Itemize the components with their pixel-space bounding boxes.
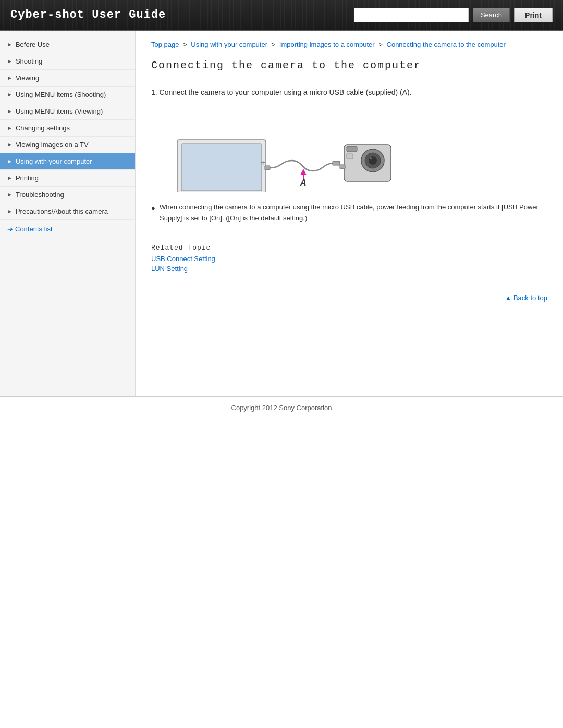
svg-text:✛: ✛ — [261, 159, 265, 166]
breadcrumb-separator: > — [272, 41, 277, 48]
sidebar-item-label: Using MENU items (Viewing) — [16, 107, 103, 115]
chevron-right-icon: ► — [7, 42, 13, 47]
sidebar-item-label: Precautions/About this camera — [16, 207, 108, 215]
chevron-right-icon: ► — [7, 142, 13, 147]
sidebar-item-before-use[interactable]: ► Before Use — [0, 36, 135, 53]
sidebar-item-label: Viewing images on a TV — [16, 141, 89, 149]
sidebar-item-precautions[interactable]: ► Precautions/About this camera — [0, 203, 135, 220]
chevron-right-icon: ► — [7, 108, 13, 114]
breadcrumb-importing-images[interactable]: Importing images to a computer — [279, 41, 375, 48]
chevron-right-icon: ► — [7, 208, 13, 214]
chevron-right-icon: ► — [7, 158, 13, 164]
sidebar-item-viewing-tv[interactable]: ► Viewing images on a TV — [0, 137, 135, 153]
svg-rect-4 — [333, 161, 340, 165]
sidebar-item-label: Troubleshooting — [16, 191, 64, 199]
sidebar-item-using-computer[interactable]: ► Using with your computer — [0, 153, 135, 170]
breadcrumb-top-page[interactable]: Top page — [151, 41, 179, 48]
sidebar-item-viewing[interactable]: ► Viewing — [0, 70, 135, 87]
sidebar-item-label: Shooting — [16, 57, 42, 65]
back-to-top-section: ▲ Back to top — [151, 288, 547, 302]
usb-connect-setting-link[interactable]: USB Connect Setting — [151, 255, 547, 263]
sidebar-item-label: Using MENU items (Shooting) — [16, 91, 106, 98]
chevron-right-icon: ► — [7, 175, 13, 181]
chevron-right-icon: ► — [7, 75, 13, 81]
header: Cyber-shot User Guide Search Print — [0, 0, 563, 31]
chevron-right-icon: ► — [7, 192, 13, 198]
svg-rect-10 — [347, 146, 357, 152]
related-topic-section: Related Topic USB Connect Setting LUN Se… — [151, 244, 547, 273]
footer: Copyright 2012 Sony Corporation — [0, 396, 563, 419]
svg-point-8 — [369, 156, 377, 165]
bullet-note-text: When connecting the camera to a computer… — [160, 202, 547, 224]
copyright-text: Copyright 2012 Sony Corporation — [231, 404, 332, 412]
step-1-text: 1. Connect the camera to your computer u… — [151, 87, 547, 98]
sidebar-item-troubleshooting[interactable]: ► Troubleshooting — [0, 187, 135, 203]
sidebar-item-menu-shooting[interactable]: ► Using MENU items (Shooting) — [0, 87, 135, 103]
breadcrumb-using-computer[interactable]: Using with your computer — [191, 41, 267, 48]
svg-rect-3 — [265, 166, 270, 170]
sidebar-item-label: Changing settings — [16, 124, 70, 132]
print-button[interactable]: Print — [514, 8, 553, 22]
sidebar-item-shooting[interactable]: ► Shooting — [0, 53, 135, 70]
content-body: 1. Connect the camera to your computer u… — [151, 87, 547, 302]
svg-text:A: A — [300, 178, 307, 187]
breadcrumb: Top page > Using with your computer > Im… — [151, 40, 547, 50]
svg-rect-1 — [181, 144, 262, 191]
search-button[interactable]: Search — [473, 8, 510, 22]
sidebar-item-label: Printing — [16, 174, 39, 182]
header-controls: Search Print — [354, 8, 563, 22]
back-to-top-link[interactable]: ▲ Back to top — [505, 294, 547, 302]
chevron-right-icon: ► — [7, 125, 13, 131]
svg-rect-11 — [347, 154, 353, 159]
lun-setting-link[interactable]: LUN Setting — [151, 265, 547, 273]
breadcrumb-separator: > — [183, 41, 189, 48]
arrow-right-icon: ➔ — [7, 225, 13, 233]
sidebar-item-label: Using with your computer — [16, 157, 92, 165]
breadcrumb-separator: > — [378, 41, 384, 48]
chevron-right-icon: ► — [7, 92, 13, 97]
sidebar-item-label: Viewing — [16, 74, 39, 82]
content-area: Top page > Using with your computer > Im… — [136, 31, 563, 396]
search-input[interactable] — [354, 8, 469, 22]
main-layout: ► Before Use ► Shooting ► Viewing ► Usin… — [0, 31, 563, 396]
diagram-svg: A ✛ — [172, 108, 391, 192]
bullet-icon: ● — [151, 203, 156, 214]
sidebar-item-menu-viewing[interactable]: ► Using MENU items (Viewing) — [0, 103, 135, 120]
related-topic-title: Related Topic — [151, 244, 547, 252]
svg-point-9 — [370, 157, 372, 159]
page-title: Connecting the camera to the computer — [151, 59, 547, 77]
sidebar-item-label: Before Use — [16, 41, 50, 48]
breadcrumb-current: Connecting the camera to the computer — [387, 41, 506, 48]
bullet-note: ● When connecting the camera to a comput… — [151, 202, 547, 234]
connection-diagram: A ✛ — [172, 108, 391, 192]
chevron-right-icon: ► — [7, 58, 13, 64]
sidebar-item-changing-settings[interactable]: ► Changing settings — [0, 120, 135, 137]
contents-list-link[interactable]: ➔ Contents list — [0, 220, 135, 238]
sidebar-item-printing[interactable]: ► Printing — [0, 170, 135, 187]
sidebar: ► Before Use ► Shooting ► Viewing ► Usin… — [0, 31, 136, 396]
svg-rect-12 — [340, 165, 345, 169]
app-title: Cyber-shot User Guide — [0, 8, 166, 21]
